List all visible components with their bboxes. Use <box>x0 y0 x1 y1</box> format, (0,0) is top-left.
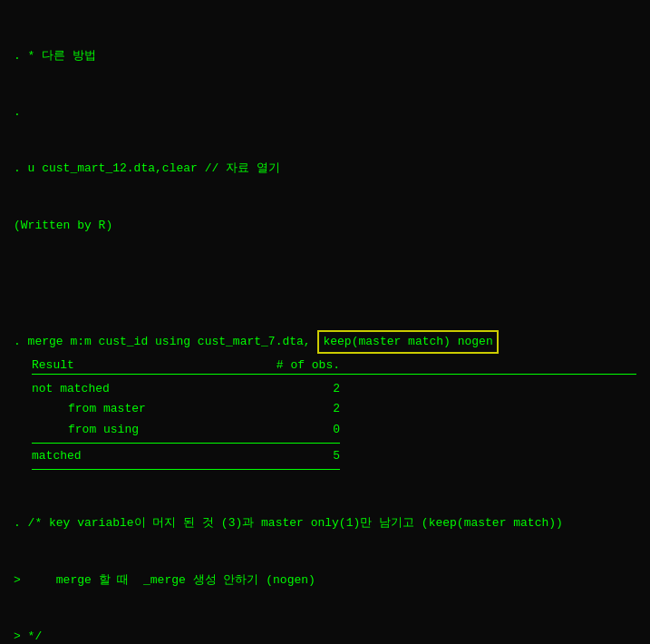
comment-3: > */ <box>14 628 636 644</box>
keep-highlight: keep(master match) nogen <box>317 330 498 355</box>
merge-stats-table: Result # of obs. not matched 2 from mast… <box>32 358 636 469</box>
merge-command-line: . merge m:m cust_id using cust_mart_7.dt… <box>14 330 636 355</box>
not-matched-value: 2 <box>267 379 340 399</box>
matched-row: matched 5 <box>32 446 340 466</box>
comment-1: . /* key variable이 머지 된 것 (3)과 master on… <box>14 514 636 533</box>
from-master-row: from master 2 <box>32 399 340 419</box>
matched-value: 5 <box>267 446 340 466</box>
from-using-row: from using 0 <box>32 420 340 440</box>
result-header: Result <box>32 358 267 372</box>
terminal-window: . * 다른 방법 . . u cust_mart_12.dta,clear /… <box>14 9 636 644</box>
not-matched-section: not matched 2 from master 2 from using 0 <box>32 379 340 443</box>
stats-header: Result # of obs. <box>32 358 636 375</box>
line-4: (Written by R) <box>14 217 636 236</box>
merge-prefix: . merge m:m cust_id using cust_mart_7.dt… <box>14 333 317 352</box>
line-2: . <box>14 103 636 122</box>
line-3: . u cust_mart_12.dta,clear // 자료 열기 <box>14 160 636 179</box>
matched-label: matched <box>32 446 267 466</box>
from-using-value: 0 <box>267 420 340 440</box>
matched-section: matched 5 <box>32 446 340 470</box>
not-matched-label: not matched <box>32 379 267 399</box>
not-matched-row: not matched 2 <box>32 379 340 399</box>
from-master-value: 2 <box>267 399 340 419</box>
obs-header: # of obs. <box>267 358 340 372</box>
from-master-label: from master <box>32 399 267 419</box>
from-using-label: from using <box>32 420 267 440</box>
comment-2: > merge 할 때 _merge 생성 안하기 (nogen) <box>14 571 636 590</box>
line-1: . * 다른 방법 <box>14 47 636 66</box>
line-blank1 <box>14 273 636 292</box>
